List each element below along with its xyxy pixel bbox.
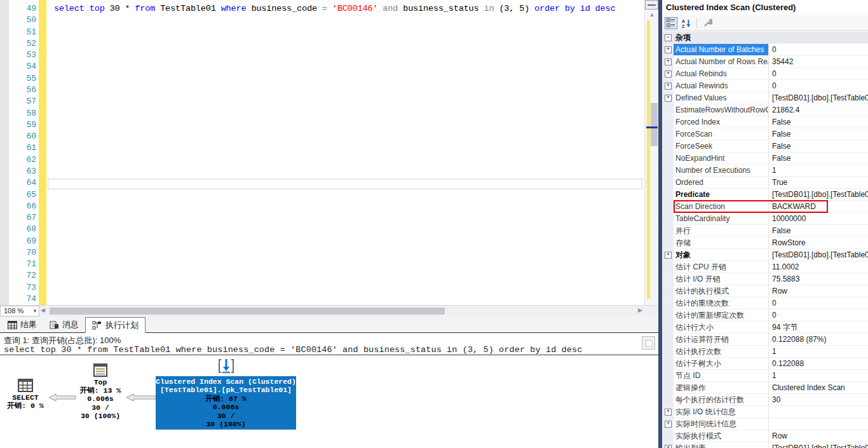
tab-messages[interactable]: 消息 — [43, 317, 85, 332]
property-row[interactable]: TableCardinality10000000 — [662, 213, 868, 225]
plan-node-line: SELECT — [1, 393, 50, 402]
property-row[interactable]: OrderedTrue — [662, 177, 868, 189]
expand-icon[interactable]: + — [665, 445, 672, 448]
expand-icon[interactable]: + — [665, 58, 672, 65]
property-row[interactable]: Predicate[TestDB01].[dbo].[TestTable01]. — [662, 189, 868, 201]
property-row[interactable]: +Actual Number of Rows Read35442 — [662, 56, 868, 68]
property-row[interactable]: 估计行大小94 字节 — [662, 322, 868, 334]
property-value: 0 — [770, 80, 868, 92]
scroll-right-arrow-icon[interactable]: ▶ — [638, 307, 642, 313]
results-tabstrip: 结果消息执行计划 — [0, 316, 658, 333]
property-row[interactable]: +实际 I/O 统计信息 — [662, 406, 868, 418]
property-row[interactable]: 每个执行的估计行数30 — [662, 394, 868, 406]
plan-node-line: Top — [75, 378, 126, 386]
row-gutter — [662, 104, 674, 116]
plan-statement-text[interactable]: select top 30 * from TestTable01 where b… — [4, 345, 582, 355]
property-name: Ordered — [674, 177, 769, 188]
vertical-scroll-thumb[interactable] — [651, 103, 658, 146]
zoom-level-combo[interactable]: 108 % ▼ — [0, 306, 39, 316]
property-row[interactable]: 估计 I/O 开销75.5883 — [662, 273, 868, 285]
property-row[interactable]: 估计运算符开销0.122088 (87%) — [662, 334, 868, 346]
property-row[interactable]: 实际执行模式Row — [662, 430, 868, 442]
expand-icon[interactable]: + — [665, 46, 672, 53]
row-gutter — [662, 237, 674, 248]
messages-icon — [50, 321, 59, 329]
property-value: 1 — [770, 346, 868, 357]
property-row[interactable]: +Actual Rebinds0 — [662, 68, 868, 80]
scroll-up-arrow-icon[interactable]: ▲ — [645, 11, 659, 18]
property-row[interactable]: 节点 ID1 — [662, 370, 868, 382]
property-row[interactable]: 估计的重新绑定次数0 — [662, 309, 868, 322]
line-number: 61 — [9, 142, 36, 154]
property-row[interactable]: 估计子树大小0.122088 — [662, 358, 868, 370]
property-name: 对象 — [674, 249, 769, 261]
line-number: 73 — [9, 282, 36, 294]
tab-results[interactable]: 结果 — [1, 317, 43, 332]
plan-node-select[interactable]: SELECT开销: 0 % — [1, 379, 50, 410]
plan-node-line: 开销: 13 % — [75, 386, 126, 395]
property-row[interactable]: +Actual Number of Batches0 — [662, 44, 868, 56]
expand-icon[interactable]: + — [665, 71, 672, 78]
property-row[interactable]: NoExpandHintFalse — [662, 153, 868, 165]
tab-label: 执行计划 — [105, 320, 139, 331]
property-row[interactable]: 估计的重绕次数0 — [662, 297, 868, 309]
property-row[interactable]: +对象[TestDB01].[dbo].[TestTable01]. — [662, 249, 868, 261]
property-value: False — [770, 225, 868, 236]
property-value: 0 — [770, 68, 868, 79]
chevron-down-icon[interactable]: ▼ — [32, 306, 37, 316]
property-value: 0 — [770, 44, 868, 55]
row-gutter — [662, 213, 674, 224]
editor-vertical-scrollbar[interactable]: ▲ — [644, 0, 659, 305]
property-row[interactable]: 估计执行次数1 — [662, 346, 868, 358]
property-row[interactable]: 并行False — [662, 225, 868, 237]
code-area[interactable]: select top 30 * from TestTable01 where b… — [47, 0, 643, 305]
property-row[interactable]: +Defined Values[TestDB01].[dbo].[TestTab… — [662, 92, 868, 104]
property-value: False — [770, 128, 868, 140]
row-gutter — [662, 189, 674, 200]
line-number: 72 — [9, 270, 36, 282]
expand-icon[interactable]: + — [665, 409, 672, 416]
property-name: 估计运算符开销 — [674, 334, 769, 345]
expand-icon[interactable]: + — [665, 95, 672, 102]
categorized-view-icon[interactable] — [665, 17, 677, 29]
property-row[interactable]: Scan DirectionBACKWARD — [662, 201, 868, 213]
property-row[interactable]: 存储RowStore — [662, 237, 868, 249]
scroll-left-arrow-icon[interactable]: ◀ — [41, 307, 45, 313]
horizontal-scroll-thumb[interactable] — [50, 308, 445, 315]
expand-icon[interactable]: + — [665, 421, 672, 428]
line-number: 60 — [9, 131, 36, 142]
split-editor-handle[interactable] — [645, 0, 658, 10]
property-row[interactable]: +实际时间统计信息 — [662, 418, 868, 430]
expand-icon[interactable]: + — [665, 83, 672, 90]
property-value: Row — [770, 430, 868, 442]
collapse-icon[interactable]: − — [665, 34, 672, 41]
expand-icon[interactable]: + — [665, 252, 672, 259]
property-row[interactable]: ForceScanFalse — [662, 128, 868, 140]
property-row[interactable]: EstimateRowsWithoutRowGoal21862.4 — [662, 104, 868, 116]
scrollbar-change-overview — [647, 20, 650, 299]
plan-node-line: Clustered Index Scan (Clustered) — [156, 377, 296, 386]
alphabetical-sort-icon[interactable]: A Z — [680, 17, 693, 29]
row-gutter — [662, 370, 674, 381]
plan-node-clustered-index-scan[interactable]: Clustered Index Scan (Clustered)[TestTab… — [156, 376, 296, 430]
plan-node-top[interactable]: Top开销: 13 %0.006s30 /30 (100%) — [75, 363, 126, 420]
property-row[interactable]: 估计 CPU 开销11.0002 — [662, 261, 868, 273]
property-row[interactable]: Number of Executions1 — [662, 165, 868, 177]
sql-token: business_code — [246, 4, 322, 13]
track-changes-strip — [39, 0, 46, 305]
property-name: 估计执行次数 — [674, 346, 769, 357]
row-gutter — [662, 261, 674, 273]
line-number: 54 — [9, 61, 36, 72]
property-row[interactable]: Forced IndexFalse — [662, 116, 868, 128]
property-row[interactable]: +输出列表[TestDB01].[dbo].[TestTable01] — [662, 442, 868, 448]
property-row[interactable]: ForceSeekFalse — [662, 140, 868, 153]
plan-options-button[interactable] — [642, 336, 655, 350]
sql-editor[interactable]: 4950515253545556575859606162636465666768… — [0, 0, 658, 305]
tab-execution-plan[interactable]: 执行计划 — [85, 317, 146, 333]
property-category-row[interactable]: −杂项 — [662, 32, 868, 44]
execution-plan-panel: 查询 1: 查询开销(占总批): 100% select top 30 * fr… — [0, 333, 658, 448]
property-row[interactable]: +Actual Rewinds0 — [662, 80, 868, 92]
properties-grid: −杂项+Actual Number of Batches0+Actual Num… — [662, 32, 868, 448]
property-row[interactable]: 估计的执行模式Row — [662, 285, 868, 297]
property-row[interactable]: 逻辑操作Clustered Index Scan — [662, 382, 868, 394]
